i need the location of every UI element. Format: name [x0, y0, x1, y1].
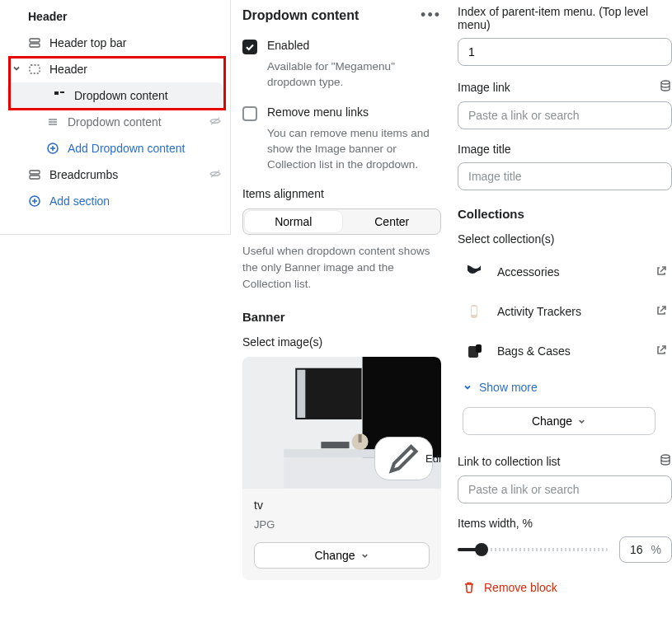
change-label: Change [314, 549, 355, 562]
enabled-label: Enabled [267, 39, 309, 52]
index-field-label: Index of parent-item menu. (Top level me… [458, 5, 672, 31]
external-link-icon[interactable] [656, 344, 667, 358]
svg-rect-2 [30, 65, 40, 73]
sidebar-item-breadcrumbs[interactable]: Breadcrumbs [0, 162, 230, 188]
plus-circle-icon [28, 194, 41, 208]
svg-rect-26 [359, 434, 362, 442]
change-image-button[interactable]: Change [254, 542, 430, 569]
svg-rect-3 [54, 91, 59, 95]
collection-item[interactable]: Activity Trackers [458, 292, 672, 331]
sidebar-item-header[interactable]: Header [0, 56, 230, 82]
link-collection-field-label: Link to collection list [458, 453, 672, 469]
sidebar-item-label: Dropdown content [74, 89, 168, 102]
block-icon [53, 89, 66, 102]
change-label: Change [532, 414, 572, 428]
chevron-down-icon [12, 63, 21, 76]
chevron-down-icon [360, 551, 369, 560]
remove-links-description: You can remove menu items and show the I… [242, 126, 441, 173]
section-icon [28, 63, 41, 76]
collection-thumb [463, 260, 486, 283]
hidden-icon [209, 167, 222, 183]
external-link-icon[interactable] [656, 305, 667, 319]
svg-rect-34 [476, 344, 482, 353]
sidebar-item-dropdown-content-active[interactable]: Dropdown content [7, 82, 223, 109]
svg-rect-4 [60, 91, 64, 93]
sidebar-item-label: Header top bar [49, 36, 126, 49]
sidebar-item-label: Breadcrumbs [49, 168, 118, 181]
svg-rect-1 [30, 44, 40, 47]
items-width-label: Items width, % [458, 517, 672, 530]
items-width-value: 16 [630, 543, 643, 556]
svg-rect-0 [30, 39, 40, 42]
sidebar-item-label: Header [49, 63, 87, 76]
link-collection-input[interactable] [458, 475, 672, 503]
hidden-icon [209, 115, 222, 130]
sidebar-item-label: Add section [49, 194, 110, 208]
remove-block-button[interactable]: Remove block [458, 581, 672, 594]
select-collections-label: Select collection(s) [458, 232, 672, 246]
image-card: Edit tv JPG Change [242, 357, 441, 580]
items-width-value-box[interactable]: 16 % [619, 536, 672, 563]
index-input[interactable] [458, 38, 672, 66]
collection-thumb [463, 339, 486, 363]
collections-heading: Collections [458, 207, 672, 221]
alignment-option-center[interactable]: Center [344, 209, 441, 234]
plus-circle-icon [46, 142, 59, 155]
collection-item[interactable]: Accessories [458, 252, 672, 292]
image-name: tv [254, 499, 430, 512]
more-actions-icon[interactable]: ••• [421, 7, 441, 24]
svg-point-35 [661, 455, 670, 458]
enabled-description: Available for "Megamenu" dropdown type. [242, 59, 441, 91]
alignment-option-normal[interactable]: Normal [245, 211, 342, 232]
show-more-button[interactable]: Show more [458, 371, 672, 407]
remove-block-label: Remove block [484, 581, 557, 594]
sidebar-group-title: Header [0, 5, 230, 30]
sidebar-add-dropdown-content[interactable]: Add Dropdown content [0, 135, 230, 162]
svg-rect-13 [30, 176, 40, 179]
change-collections-button[interactable]: Change [463, 407, 656, 435]
image-thumbnail: Edit [242, 357, 441, 489]
sidebar-add-section[interactable]: Add section [0, 188, 230, 214]
image-link-field-label: Image link [458, 79, 672, 95]
lines-icon [46, 115, 59, 129]
banner-heading: Banner [242, 310, 441, 324]
svg-rect-21 [297, 370, 305, 418]
edit-label: Edit [425, 452, 441, 465]
chevron-down-icon [577, 417, 586, 426]
collections-list: Accessories Activity Trackers Bags & Cas… [458, 252, 672, 407]
enabled-checkbox[interactable] [242, 40, 257, 54]
collection-name: Accessories [497, 265, 644, 279]
alignment-help-text: Useful when dropdown content shows the o… [242, 243, 441, 292]
image-link-input[interactable] [458, 101, 672, 129]
image-format: JPG [254, 518, 430, 531]
collection-name: Activity Trackers [497, 305, 644, 318]
svg-rect-24 [321, 442, 349, 448]
select-images-label: Select image(s) [242, 335, 441, 349]
external-link-icon[interactable] [656, 265, 667, 279]
settings-panel: Dropdown content ••• Enabled Available f… [231, 0, 449, 618]
alignment-label: Items alignment [242, 187, 441, 200]
dynamic-source-icon[interactable] [659, 79, 672, 95]
items-width-unit: % [651, 543, 661, 556]
collection-item[interactable]: Bags & Cases [458, 331, 672, 371]
show-more-label: Show more [479, 381, 538, 394]
remove-links-checkbox[interactable] [242, 106, 257, 121]
sidebar: Header Header top bar Header Dropdown co… [0, 0, 231, 235]
collection-name: Bags & Cases [497, 344, 644, 358]
pencil-icon [387, 442, 421, 475]
trash-icon [463, 581, 476, 594]
alignment-segmented-control: Normal Center [242, 208, 441, 235]
sidebar-item-dropdown-content-hidden[interactable]: Dropdown content [0, 109, 230, 135]
sidebar-item-header-top-bar[interactable]: Header top bar [0, 30, 230, 56]
sidebar-item-label: Add Dropdown content [68, 142, 185, 155]
remove-links-label: Remove menu links [267, 105, 369, 119]
svg-point-27 [661, 81, 670, 84]
chevron-down-icon [463, 382, 472, 392]
edit-image-button[interactable]: Edit [374, 437, 433, 480]
image-title-input[interactable] [458, 162, 672, 190]
items-width-slider[interactable] [458, 548, 608, 551]
image-title-field-label: Image title [458, 143, 672, 156]
properties-panel: Index of parent-item menu. (Top level me… [449, 0, 672, 618]
svg-rect-31 [472, 307, 477, 315]
dynamic-source-icon[interactable] [659, 453, 672, 469]
